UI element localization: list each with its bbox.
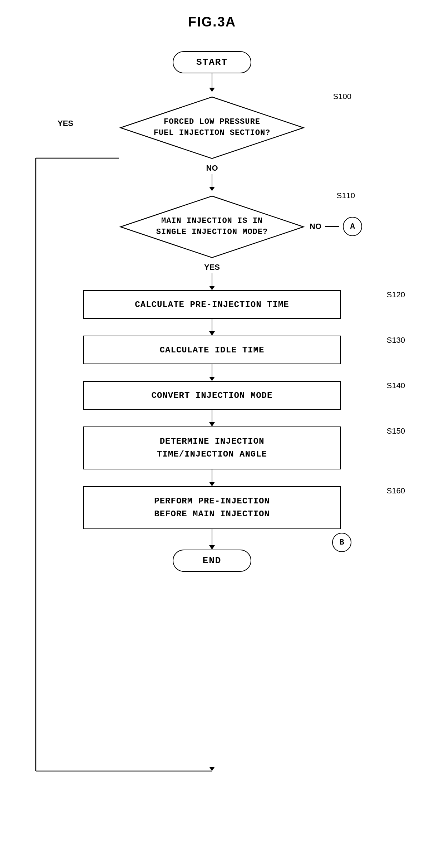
s100-label: S100 [333,92,351,101]
s120-box: CALCULATE PRE-INJECTION TIME [83,290,341,319]
s150-row: DETERMINE INJECTIONTIME/INJECTION ANGLE … [51,426,373,469]
s160-box: PERFORM PRE-INJECTIONBEFORE MAIN INJECTI… [83,486,341,529]
s110-row: MAIN INJECTION IS INSINGLE INJECTION MOD… [51,191,373,263]
s100-text: FORCED LOW PRESSUREFUEL INJECTION SECTIO… [154,117,271,139]
s160-row: PERFORM PRE-INJECTIONBEFORE MAIN INJECTI… [51,486,373,529]
bottom-area: B [51,529,373,550]
s130-label: S130 [387,336,405,345]
s110-no-area: NO A [310,217,362,236]
circle-b: B [332,533,351,552]
s110-yes-area: YES [51,263,373,290]
end-terminal: END [173,550,251,572]
s140-row: CONVERT INJECTION MODE S140 [51,381,373,410]
start-terminal: START [173,51,251,73]
flowchart: START YES FORCED LOW PRESSUREFUEL INJECT… [51,51,373,572]
page: FIG.3A START YES FORCED LOW PRESSUREFUEL… [0,0,424,868]
s100-yes-label: YES [58,119,73,128]
s120-row: CALCULATE PRE-INJECTION TIME S120 [51,290,373,319]
s110-no-label: NO [310,222,321,231]
s130-row: CALCULATE IDLE TIME S130 [51,336,373,364]
s110-label: S110 [337,191,355,200]
s100-no-area: NO [51,164,373,191]
s150-label: S150 [387,426,405,436]
s150-box: DETERMINE INJECTIONTIME/INJECTION ANGLE [83,426,341,469]
circle-a: A [343,217,362,236]
s100-diamond: FORCED LOW PRESSUREFUEL INJECTION SECTIO… [105,92,319,164]
s100-no-label: NO [206,164,218,173]
s130-box: CALCULATE IDLE TIME [83,336,341,364]
s140-box: CONVERT INJECTION MODE [83,381,341,410]
s110-text: MAIN INJECTION IS INSINGLE INJECTION MOD… [156,216,268,238]
svg-marker-5 [209,767,215,771]
s110-diamond: MAIN INJECTION IS INSINGLE INJECTION MOD… [105,191,319,263]
s100-row: YES FORCED LOW PRESSUREFUEL INJECTION SE… [51,92,373,164]
figure-title: FIG.3A [188,14,236,30]
s140-label: S140 [387,381,405,390]
s120-label: S120 [387,290,405,299]
s160-label: S160 [387,486,405,496]
s110-yes-label: YES [204,263,220,272]
